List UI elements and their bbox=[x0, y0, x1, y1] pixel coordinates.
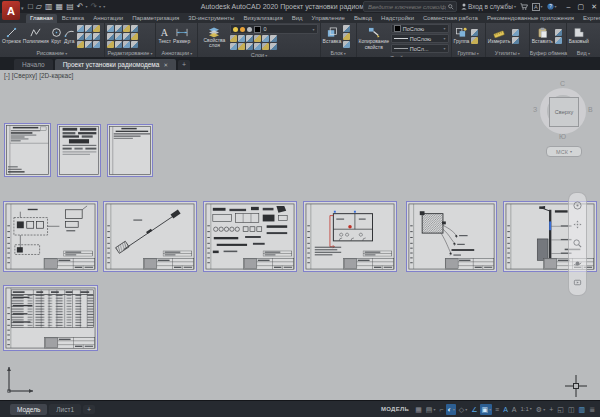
show-motion-icon[interactable] bbox=[573, 278, 582, 287]
viewcube-north-face[interactable]: С bbox=[560, 80, 565, 87]
redo-dropdown-icon[interactable]: ▾ bbox=[99, 4, 101, 9]
sheet-general-notes[interactable] bbox=[107, 124, 153, 177]
sheet-cover[interactable] bbox=[4, 123, 51, 177]
layer-properties-button[interactable]: Свойства слоя bbox=[200, 26, 228, 49]
layer-match-tool-icon[interactable] bbox=[262, 35, 269, 42]
ellipse-tool-icon[interactable] bbox=[85, 25, 92, 32]
annotation-autoscale-toggle[interactable]: А bbox=[511, 404, 518, 415]
circle-button[interactable]: Круг bbox=[51, 27, 62, 45]
rectangle-tool-icon[interactable] bbox=[77, 25, 84, 32]
model-space-indicator[interactable]: МОДЕЛЬ bbox=[381, 406, 409, 412]
layer-lock-tool-icon[interactable] bbox=[254, 35, 261, 42]
move-tool-icon[interactable] bbox=[107, 25, 114, 32]
boundary-tool-icon[interactable] bbox=[85, 41, 92, 48]
ribbon-tab-add-ins[interactable]: Надстройки bbox=[377, 14, 418, 23]
application-menu-button[interactable]: A bbox=[2, 1, 20, 20]
viewcube-east-face[interactable]: В bbox=[588, 106, 593, 113]
rotate-tool-icon[interactable] bbox=[115, 25, 122, 32]
close-button[interactable]: ✕ bbox=[591, 3, 597, 11]
quick-properties-toggle[interactable]: ◱ bbox=[556, 404, 565, 415]
sheet-cable-journal-table[interactable] bbox=[3, 285, 98, 351]
sheet-connection-scheme[interactable] bbox=[3, 201, 98, 272]
save-as-icon[interactable]: ▦ bbox=[56, 2, 64, 12]
layer-off-tool-icon[interactable] bbox=[230, 35, 237, 42]
layer-on-tool-icon[interactable] bbox=[230, 43, 237, 50]
panel-modify-label[interactable]: Редактирование bbox=[105, 49, 156, 57]
new-layout-button[interactable]: + bbox=[83, 405, 95, 414]
annotation-visibility-toggle[interactable]: А bbox=[502, 404, 509, 415]
offset-tool-icon[interactable] bbox=[131, 41, 138, 48]
explode-tool-icon[interactable] bbox=[131, 33, 138, 40]
object-color-combo[interactable]: ПоСлою ▾ bbox=[391, 24, 449, 33]
layer-current-tool-icon[interactable] bbox=[262, 43, 269, 50]
annotation-monitor-toggle[interactable]: + bbox=[548, 404, 554, 415]
undo-dropdown-icon[interactable]: ▾ bbox=[85, 4, 87, 9]
ribbon-tab-insert[interactable]: Вставка bbox=[58, 14, 88, 23]
help-control[interactable]: ? ▾ bbox=[547, 3, 557, 10]
base-view-button[interactable]: Базовый bbox=[569, 27, 589, 45]
panel-clipboard-label[interactable]: Буфер обмена bbox=[530, 49, 566, 57]
sheet-grounding-detail[interactable] bbox=[406, 201, 497, 272]
isolate-objects-control[interactable]: ◫ bbox=[567, 404, 576, 415]
line-button[interactable]: Отрезок bbox=[2, 27, 21, 45]
annotation-scale-control[interactable]: 1:1 bbox=[520, 403, 533, 415]
zoom-extents-icon[interactable] bbox=[573, 239, 582, 248]
stretch-tool-icon[interactable] bbox=[107, 41, 114, 48]
clean-screen-toggle[interactable]: ≣ bbox=[588, 404, 596, 415]
layer-color-swatch[interactable] bbox=[254, 26, 261, 33]
block-editor-tool-icon[interactable] bbox=[343, 41, 350, 48]
fillet-tool-icon[interactable] bbox=[123, 33, 130, 40]
region-tool-icon[interactable] bbox=[93, 33, 100, 40]
workspace-switching-control[interactable]: ⚙ bbox=[535, 404, 546, 415]
viewport-visual-style-control[interactable]: [2D-каркас] bbox=[39, 72, 73, 79]
ribbon-tab-collaborate[interactable]: Совместная работа bbox=[419, 14, 482, 23]
undo-icon[interactable]: ↶ bbox=[77, 2, 84, 12]
save-icon[interactable]: ▥ bbox=[45, 2, 53, 12]
insert-block-button[interactable]: Вставка bbox=[323, 27, 342, 45]
sheet-site-plan[interactable] bbox=[203, 201, 297, 272]
snap-mode-toggle[interactable]: ▤ bbox=[425, 404, 437, 415]
object-color-caret-icon[interactable]: ▾ bbox=[444, 26, 446, 31]
viewcube[interactable]: С З В Ю Сверху МСК ▾ bbox=[532, 80, 594, 160]
navigation-bar[interactable] bbox=[568, 192, 587, 296]
text-button[interactable]: A Текст bbox=[158, 27, 171, 45]
ribbon-tab-3d-tools[interactable]: 3D-инструменты bbox=[184, 14, 238, 23]
arc-button[interactable]: Дуга bbox=[64, 27, 75, 45]
layer-walk-tool-icon[interactable] bbox=[270, 43, 277, 50]
graphics-performance-control[interactable]: ▥ bbox=[578, 404, 587, 415]
sign-in-control[interactable]: Вход в службы ▾ bbox=[461, 3, 516, 10]
sheet-floor-plan-cable-route[interactable] bbox=[303, 201, 397, 272]
viewport-menu-control[interactable]: [-] bbox=[4, 72, 10, 79]
layer-thaw-tool-icon[interactable] bbox=[246, 43, 253, 50]
quick-calc-tool-icon[interactable] bbox=[512, 37, 519, 44]
file-tab-start[interactable]: Начало bbox=[14, 59, 53, 70]
redo-icon[interactable]: ↷ bbox=[90, 2, 97, 12]
grid-display-toggle[interactable]: ▦ bbox=[414, 404, 423, 415]
polyline-button[interactable]: Полилиния bbox=[23, 27, 49, 45]
ribbon-tab-express-tools[interactable]: Express Tools bbox=[579, 14, 600, 23]
panel-draw-label[interactable]: Рисование bbox=[0, 49, 104, 57]
maximize-button[interactable]: ▢ bbox=[578, 3, 585, 11]
ribbon-tab-parametric[interactable]: Параметризация bbox=[128, 14, 183, 23]
trim-tool-icon[interactable] bbox=[123, 25, 130, 32]
mirror-tool-icon[interactable] bbox=[115, 33, 122, 40]
polar-tracking-toggle[interactable]: ◐ bbox=[446, 404, 455, 415]
sheet-feeder-route[interactable] bbox=[103, 201, 197, 272]
lineweight-combo[interactable]: ПоСл... ▾ bbox=[391, 44, 449, 53]
quick-select-tool-icon[interactable] bbox=[512, 29, 519, 36]
measure-button[interactable]: Измерить bbox=[488, 27, 511, 45]
layer-unisolate-tool-icon[interactable] bbox=[238, 43, 245, 50]
erase-tool-icon[interactable] bbox=[131, 25, 138, 32]
ribbon-tab-home[interactable]: Главная bbox=[26, 14, 57, 23]
viewcube-top-face[interactable]: Сверху bbox=[549, 97, 579, 127]
search-input[interactable] bbox=[366, 3, 448, 11]
group-edit-tool-icon[interactable] bbox=[471, 37, 478, 44]
object-snap-toggle[interactable]: ▣ bbox=[480, 404, 492, 415]
layout-tab-sheet1[interactable]: Лист1 bbox=[49, 404, 81, 415]
new-file-tab-button[interactable]: + bbox=[178, 60, 190, 70]
viewcube-south-face[interactable]: Ю bbox=[559, 133, 566, 140]
help-search-box[interactable] bbox=[363, 1, 457, 12]
spline-tool-icon[interactable] bbox=[77, 33, 84, 40]
hatch-tool-icon[interactable] bbox=[93, 25, 100, 32]
sheet-contents[interactable] bbox=[57, 124, 101, 177]
